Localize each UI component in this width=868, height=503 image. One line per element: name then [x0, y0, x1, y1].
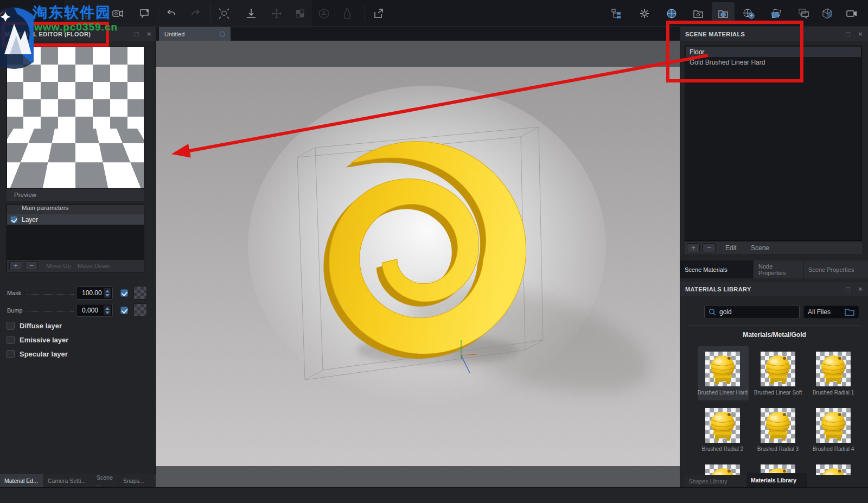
material-label: Brushed Linear Hard — [693, 390, 752, 396]
material-thumb-brushed-radial-2[interactable] — [705, 408, 740, 443]
materials-library-title: MATERIALS LIBRARY — [685, 286, 751, 292]
tab-scene[interactable]: Scene ... — [92, 474, 118, 487]
bump-texture-button[interactable] — [133, 303, 147, 317]
library-divider — [688, 326, 861, 326]
material-search-box[interactable] — [704, 305, 800, 319]
tab-materials-library[interactable]: Materials Library — [746, 473, 807, 487]
tab-node-properties[interactable]: Node Properties — [754, 260, 803, 278]
add-comment-icon[interactable] — [138, 7, 151, 20]
tab-material-editor[interactable]: Material Ed... — [0, 474, 43, 487]
preview-label: Preview — [14, 192, 36, 198]
mask-texture-button[interactable] — [133, 286, 147, 300]
bump-value-input[interactable]: 0.000 — [76, 304, 113, 317]
mask-slider-track[interactable] — [27, 294, 74, 295]
material-label: Brushed Radial 4 — [803, 446, 863, 452]
watermark-site-name: 淘东软件园 — [33, 3, 111, 22]
scene-button[interactable]: Scene — [751, 244, 769, 252]
viewport-scene — [156, 67, 680, 466]
unsaved-indicator-icon[interactable] — [220, 31, 225, 37]
mask-value-input[interactable]: 100.00 — [76, 286, 113, 300]
node-graph-icon[interactable] — [317, 7, 330, 20]
pattern-icon[interactable] — [293, 7, 307, 20]
mask-spinner[interactable] — [104, 288, 111, 298]
undo-icon[interactable] — [164, 7, 177, 20]
specular-layer-label: Specular layer — [20, 350, 68, 358]
search-input[interactable] — [719, 308, 784, 316]
materials-library-panel: MATERIALS LIBRARY □ × All Files Material… — [680, 282, 868, 487]
camera-icon[interactable] — [845, 7, 858, 20]
maximize-icon[interactable]: □ — [846, 285, 850, 292]
library-folder-icon[interactable] — [717, 7, 730, 20]
drop-to-floor-icon[interactable] — [245, 7, 258, 20]
move-down-button[interactable]: Move Down — [78, 263, 111, 269]
move-3d-icon[interactable] — [270, 7, 283, 20]
status-strip — [0, 487, 868, 503]
export-icon[interactable] — [372, 7, 385, 20]
bump-spinner[interactable] — [104, 305, 111, 315]
layers-list-footer: + − Move Up Move Down — [7, 260, 144, 272]
material-thumb-brushed-radial-1[interactable] — [816, 352, 851, 386]
move-up-button[interactable]: Move Up — [46, 263, 71, 269]
application-window: MATERIAL EDITOR (FLOOR) □ × Preview Main… — [0, 0, 868, 503]
emissive-layer-checkbox[interactable] — [7, 336, 15, 344]
material-thumb-brushed-linear-hard[interactable] — [705, 352, 740, 386]
tab-camera-settings[interactable]: Camera Setti... — [43, 474, 92, 487]
add-material-button[interactable]: + — [687, 243, 700, 252]
comments-icon[interactable] — [797, 7, 810, 20]
add-sphere-icon[interactable] — [742, 7, 755, 20]
material-thumb-brushed-radial-3[interactable] — [761, 408, 795, 443]
mask-checkbox[interactable] — [120, 289, 128, 297]
tab-snapshots[interactable]: Snaps... — [119, 474, 156, 487]
bump-checkbox[interactable] — [120, 307, 128, 314]
layer-row[interactable]: Layer — [7, 214, 144, 225]
remove-material-button[interactable]: − — [703, 243, 716, 252]
document-tab[interactable]: Untitled — [159, 27, 231, 41]
remove-layer-button[interactable]: − — [25, 261, 38, 270]
viewport-3d[interactable] — [156, 41, 680, 492]
layer-row-label: Layer — [22, 216, 38, 224]
bottle-icon[interactable] — [341, 7, 354, 20]
annotation-box-scene-materials — [666, 21, 803, 82]
maximize-icon[interactable]: □ — [135, 30, 139, 37]
material-category-header: Materials/Metal/Gold — [680, 331, 868, 339]
material-thumb-brushed-radial-4[interactable] — [816, 408, 851, 443]
document-tabstrip: Untitled — [156, 27, 680, 41]
close-icon[interactable]: × — [858, 285, 863, 292]
material-label: Brushed Radial 2 — [693, 446, 752, 452]
cube-icon[interactable] — [821, 7, 834, 20]
snapshot-folder-icon[interactable] — [692, 7, 705, 20]
sphere-icon[interactable] — [665, 7, 678, 20]
material-label: Brushed Linear Soft — [748, 390, 808, 396]
add-layer-button[interactable]: + — [9, 261, 22, 270]
tab-shapes-library[interactable]: Shapes Library — [685, 475, 746, 487]
maximize-icon[interactable]: □ — [846, 30, 850, 37]
close-icon[interactable]: × — [147, 30, 151, 37]
settings-gear-icon[interactable] — [638, 7, 651, 20]
gallery-icon[interactable] — [769, 7, 782, 20]
specular-layer-checkbox[interactable] — [7, 350, 15, 358]
material-thumb-partial[interactable] — [705, 464, 740, 475]
file-filter-dropdown[interactable]: All Files — [803, 305, 859, 319]
edit-button[interactable]: Edit — [725, 244, 737, 252]
close-icon[interactable]: × — [858, 30, 863, 37]
tab-scene-properties[interactable]: Scene Properties — [804, 260, 868, 278]
main-parameters-header: Main parameters — [7, 205, 144, 214]
tab-scene-materials[interactable]: Scene Materials — [680, 260, 753, 278]
redo-icon[interactable] — [189, 7, 202, 20]
material-thumb-brushed-linear-soft[interactable] — [761, 352, 795, 386]
toolbar-divider — [158, 4, 158, 22]
material-thumb-partial[interactable] — [816, 464, 851, 475]
diffuse-layer-checkbox[interactable] — [7, 322, 15, 330]
select-3d-icon[interactable] — [218, 7, 231, 20]
mask-label: Mask — [7, 290, 21, 296]
diffuse-layer-label: Diffuse layer — [20, 322, 62, 330]
materials-grid: Brushed Linear Hard Brushed Linear Soft … — [680, 342, 868, 475]
toolbar-divider — [210, 4, 210, 22]
preview-label-bar: Preview — [7, 189, 144, 201]
render-camera-icon[interactable] — [111, 7, 124, 20]
watermark-logo — [0, 2, 34, 72]
scene-tree-icon[interactable] — [610, 7, 623, 20]
layer-checkbox[interactable] — [10, 216, 17, 223]
bump-slider-track[interactable] — [27, 311, 74, 312]
emissive-layer-label: Emissive layer — [20, 336, 68, 344]
